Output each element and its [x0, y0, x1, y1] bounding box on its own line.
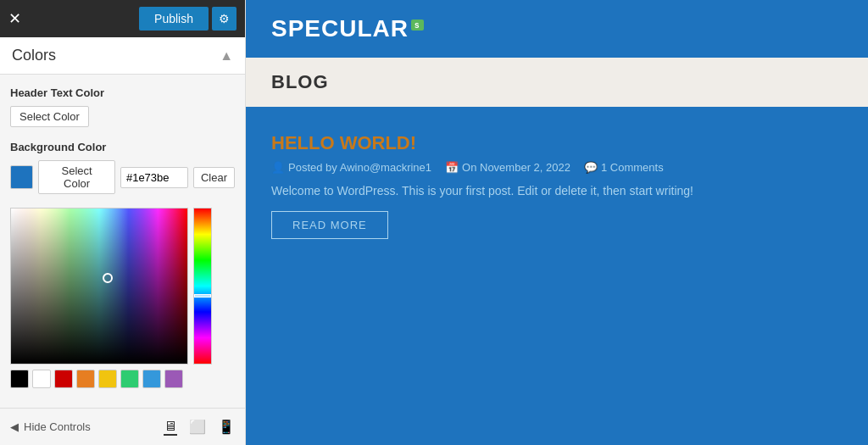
read-more-button[interactable]: READ MORE [271, 211, 388, 239]
left-panel: ✕ Publish ⚙ Colors ▲ Header Text Color S… [0, 0, 246, 445]
desktop-icon[interactable]: 🖥 [164, 419, 177, 436]
comments-icon: 💬 [584, 161, 598, 174]
right-panel: SPECULARs BLOG HELLO WORLD! 👤 Posted by … [246, 0, 868, 445]
post-date: 📅 On November 2, 2022 [445, 161, 570, 174]
site-title-text: SPECULAR [271, 15, 409, 42]
color-swatch-f1c40f[interactable] [98, 370, 117, 388]
color-picker [10, 208, 235, 364]
page-title-bar: BLOG [246, 58, 868, 107]
bottom-bar: ◀ Hide Controls 🖥 ⬜ 📱 [0, 408, 245, 445]
header-text-color-row: Select Color [10, 106, 235, 127]
post-excerpt: Welcome to WordPress. This is your first… [271, 184, 843, 197]
author-text: Posted by Awino@mackrine1 [288, 161, 431, 174]
clear-button[interactable]: Clear [193, 167, 235, 188]
post-title: HELLO WORLD! [271, 132, 843, 154]
background-color-group: Background Color Select Color Clear [10, 141, 235, 194]
page-title: BLOG [271, 71, 329, 92]
post-meta: 👤 Posted by Awino@mackrine1 📅 On Novembe… [271, 161, 843, 174]
color-spectrum[interactable] [10, 208, 188, 364]
swatches-row [10, 370, 235, 388]
background-color-swatch[interactable] [10, 165, 33, 189]
close-button[interactable]: ✕ [8, 11, 21, 26]
hex-input[interactable] [120, 167, 188, 188]
header-text-color-group: Header Text Color Select Color [10, 86, 235, 127]
content-area: HELLO WORLD! 👤 Posted by Awino@mackrine1… [246, 107, 868, 445]
color-swatch-2ecc71[interactable] [120, 370, 139, 388]
hide-controls-label: Hide Controls [24, 420, 91, 433]
hide-controls-button[interactable]: ◀ Hide Controls [10, 420, 91, 433]
site-title-badge: s [411, 19, 424, 31]
spectrum-black-overlay [11, 209, 187, 364]
top-bar: ✕ Publish ⚙ [0, 0, 245, 37]
tablet-icon[interactable]: ⬜ [189, 419, 206, 436]
site-title: SPECULARs [271, 15, 424, 42]
panel-content: Header Text Color Select Color Backgroun… [0, 75, 245, 408]
header-select-color-button[interactable]: Select Color [10, 106, 89, 127]
settings-button[interactable]: ⚙ [212, 7, 236, 31]
publish-area: Publish ⚙ [139, 7, 236, 31]
post-comments: 💬 1 Comments [584, 161, 664, 174]
date-text: On November 2, 2022 [462, 161, 570, 174]
device-icons: 🖥 ⬜ 📱 [164, 419, 235, 436]
hide-controls-arrow-icon: ◀ [10, 420, 19, 433]
color-swatch-cc0000[interactable] [54, 370, 73, 388]
date-icon: 📅 [445, 161, 459, 174]
post-author: 👤 Posted by Awino@mackrine1 [271, 161, 431, 174]
background-color-label: Background Color [10, 141, 235, 153]
color-swatch-9b59b6[interactable] [164, 370, 183, 388]
author-icon: 👤 [271, 161, 285, 174]
background-color-row: Select Color Clear [10, 160, 235, 194]
color-swatch-000000[interactable] [10, 370, 29, 388]
publish-button[interactable]: Publish [139, 7, 209, 31]
color-swatch-3498db[interactable] [142, 370, 161, 388]
section-header: Colors ▲ [0, 37, 245, 75]
hue-slider-container[interactable] [193, 208, 212, 364]
site-header: SPECULARs [246, 0, 868, 58]
comments-text: 1 Comments [601, 161, 664, 174]
header-text-color-label: Header Text Color [10, 86, 235, 99]
scroll-up-icon[interactable]: ▲ [220, 48, 233, 64]
mobile-icon[interactable]: 📱 [218, 419, 235, 436]
background-select-color-button[interactable]: Select Color [38, 160, 115, 194]
hue-slider[interactable] [194, 209, 211, 364]
color-swatch-e67e22[interactable] [76, 370, 95, 388]
blog-post: HELLO WORLD! 👤 Posted by Awino@mackrine1… [271, 132, 843, 239]
color-swatch-ffffff[interactable] [32, 370, 51, 388]
section-title: Colors [12, 47, 56, 64]
